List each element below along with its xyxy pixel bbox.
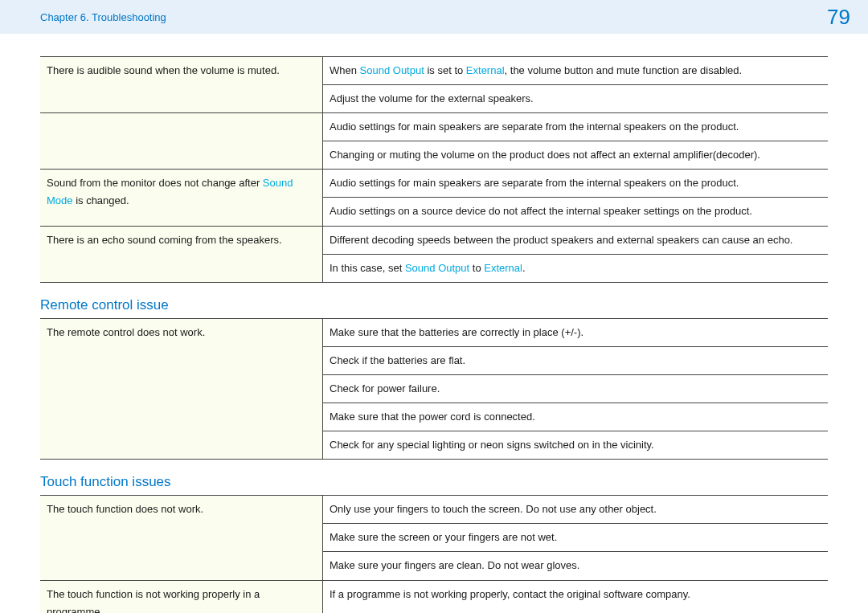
solution-cell: Check if the batteries are flat. (323, 346, 829, 374)
solution-cell: Audio settings for main speakers are sep… (323, 113, 829, 141)
page-header: Chapter 6. Troubleshooting 79 (0, 0, 868, 34)
problem-cell: There is audible sound when the volume i… (40, 57, 323, 113)
solution-cell: Make sure that the power cord is connect… (323, 403, 829, 431)
solution-cell: Check for any special lighting or neon s… (323, 431, 829, 460)
problem-cell: There is an echo sound coming from the s… (40, 226, 323, 282)
solution-cell: Changing or muting the volume on the pro… (323, 141, 829, 170)
section-remote-title: Remote control issue (40, 297, 828, 313)
inline-link[interactable]: Sound Output (405, 262, 469, 274)
solution-cell: If a programme is not working properly, … (323, 580, 829, 613)
solution-cell: Different decoding speeds between the pr… (323, 226, 829, 254)
inline-link[interactable]: External (484, 262, 522, 274)
problem-cell (40, 113, 323, 170)
solution-cell: Make sure the screen or your fingers are… (323, 524, 829, 552)
page-content: There is audible sound when the volume i… (0, 34, 868, 613)
section-touch-title: Touch function issues (40, 474, 828, 490)
inline-link[interactable]: External (466, 64, 505, 76)
solution-cell: Adjust the volume for the external speak… (323, 85, 829, 113)
solution-cell: Audio settings for main speakers are sep… (323, 170, 829, 198)
table-row: There is an echo sound coming from the s… (40, 226, 828, 254)
table-row: The remote control does not work.Make su… (40, 318, 828, 346)
solution-cell: Audio settings on a source device do not… (323, 198, 829, 226)
table-row: The touch function is not working proper… (40, 580, 828, 613)
touch-issue-table: The touch function does not work.Only us… (40, 495, 828, 613)
solution-cell: Make sure that the batteries are correct… (323, 318, 829, 346)
solution-cell: In this case, set Sound Output to Extern… (323, 254, 829, 282)
solution-cell: Only use your fingers to touch the scree… (323, 496, 829, 524)
problem-cell: The touch function is not working proper… (40, 580, 323, 613)
table-row: There is audible sound when the volume i… (40, 57, 828, 85)
sound-issue-table: There is audible sound when the volume i… (40, 56, 828, 283)
solution-cell: Check for power failure. (323, 374, 829, 403)
chapter-label: Chapter 6. Troubleshooting (40, 11, 166, 23)
problem-cell: The touch function does not work. (40, 496, 323, 580)
remote-issue-table: The remote control does not work.Make su… (40, 318, 828, 460)
table-row: The touch function does not work.Only us… (40, 496, 828, 524)
table-row: Audio settings for main speakers are sep… (40, 113, 828, 141)
inline-link[interactable]: Sound Mode (47, 177, 293, 206)
solution-cell: Make sure your fingers are clean. Do not… (323, 552, 829, 580)
problem-cell: Sound from the monitor does not change a… (40, 170, 323, 226)
solution-cell: When Sound Output is set to External, th… (323, 57, 829, 85)
table-row: Sound from the monitor does not change a… (40, 170, 828, 198)
inline-link[interactable]: Sound Output (360, 64, 424, 76)
page-number: 79 (827, 5, 850, 30)
problem-cell: The remote control does not work. (40, 318, 323, 459)
